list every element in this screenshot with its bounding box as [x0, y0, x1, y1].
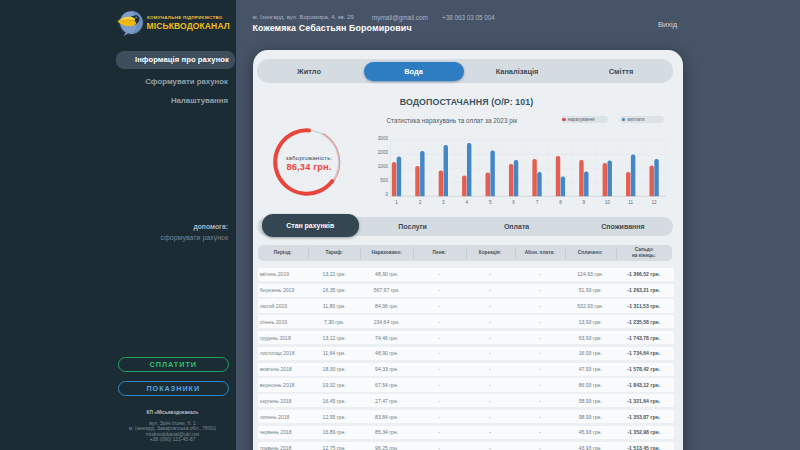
svg-text:3000: 3000 — [378, 136, 389, 141]
svg-text:6: 6 — [512, 200, 515, 205]
svg-text:0: 0 — [385, 192, 388, 197]
svg-text:500: 500 — [380, 178, 388, 183]
svg-text:9: 9 — [583, 200, 586, 205]
svg-text:5: 5 — [489, 200, 492, 205]
svg-text:7: 7 — [536, 200, 539, 205]
svg-text:11: 11 — [628, 200, 633, 205]
svg-text:10: 10 — [605, 200, 611, 205]
svg-text:2000: 2000 — [378, 150, 389, 155]
svg-text:3: 3 — [442, 200, 445, 205]
svg-text:8: 8 — [559, 200, 562, 205]
svg-text:1000: 1000 — [378, 164, 389, 169]
svg-text:4: 4 — [465, 200, 468, 205]
svg-text:1: 1 — [395, 200, 398, 205]
svg-text:2: 2 — [419, 200, 422, 205]
svg-text:12: 12 — [652, 200, 658, 205]
